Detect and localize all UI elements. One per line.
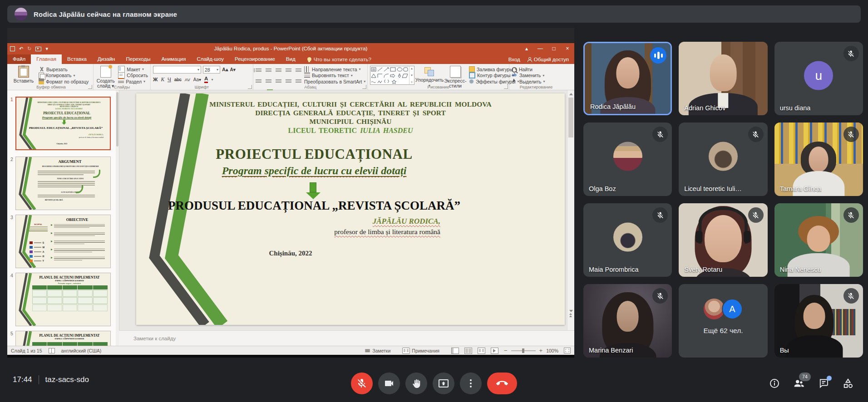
italic-button[interactable]: К bbox=[161, 77, 164, 82]
zoom-control[interactable]: − + 100% bbox=[504, 348, 558, 353]
slide-thumbnail-5[interactable]: 5 PLANUL DE ACȚIUNI IMPLEMENTAT ETAPA II… bbox=[7, 331, 116, 346]
participant-tile-olga-boz[interactable]: Olga Boz bbox=[583, 123, 672, 196]
dialog-launcher-icon[interactable] bbox=[362, 85, 366, 89]
meeting-details-button[interactable] bbox=[768, 377, 781, 390]
align-left-icon[interactable] bbox=[256, 78, 261, 83]
bold-button[interactable]: Ж bbox=[153, 77, 158, 82]
tab-animations[interactable]: Анимация bbox=[156, 54, 191, 64]
vertical-scrollbar[interactable] bbox=[567, 90, 574, 330]
section-button[interactable]: Раздел▾ bbox=[118, 78, 148, 84]
layout-button[interactable]: Макет▾ bbox=[118, 66, 148, 72]
participant-tile-maia-porombrica[interactable]: Maia Porombrica bbox=[583, 203, 672, 277]
raise-hand-button[interactable] bbox=[405, 373, 427, 394]
tab-insert[interactable]: Вставка bbox=[62, 54, 92, 64]
cut-button[interactable]: Вырезать bbox=[39, 66, 89, 72]
language-indicator[interactable]: английский (США) bbox=[61, 348, 102, 353]
tab-home[interactable]: Главная bbox=[31, 54, 62, 64]
participant-tile-you[interactable]: Вы bbox=[774, 284, 863, 358]
camera-button[interactable] bbox=[378, 373, 400, 394]
thumbnails-scrollbar[interactable] bbox=[116, 90, 119, 346]
tab-review[interactable]: Рецензирование bbox=[229, 54, 281, 64]
minimize-icon[interactable]: — bbox=[533, 43, 547, 54]
tab-file[interactable]: Файл bbox=[7, 54, 31, 64]
participant-tile-marina-benzari[interactable]: Marina Benzari bbox=[583, 284, 672, 358]
zoom-out-icon[interactable]: − bbox=[504, 348, 508, 353]
chat-button[interactable] bbox=[817, 377, 830, 390]
line-spacing-icon[interactable] bbox=[296, 68, 301, 73]
slide-thumbnail-1[interactable]: 1 MINISTERUL EDUCAȚIEI, CULTURII ȘI CERC… bbox=[7, 97, 116, 151]
notes-pane[interactable]: Заметки к слайду bbox=[119, 330, 574, 346]
slide-editor[interactable]: MINISTERUL EDUCAȚIEI, CULTURII ȘI CERCET… bbox=[136, 93, 565, 325]
align-center-icon[interactable] bbox=[266, 78, 271, 83]
reset-button[interactable]: Сбросить bbox=[118, 73, 148, 78]
participant-tile-rodica-japalau[interactable]: Rodica Jăpălău bbox=[583, 42, 672, 115]
reading-view-button[interactable] bbox=[478, 348, 485, 354]
font-size-combobox[interactable]: 28▾ bbox=[203, 66, 220, 74]
font-name-combobox[interactable]: ▾ bbox=[153, 66, 201, 74]
ribbon-options-icon[interactable]: ▴ bbox=[520, 43, 533, 54]
dialog-launcher-icon[interactable] bbox=[248, 85, 252, 89]
scroll-down-icon[interactable] bbox=[569, 310, 573, 312]
slide-sorter-view-button[interactable] bbox=[464, 348, 472, 354]
mic-button-muted[interactable] bbox=[351, 373, 373, 394]
zoom-slider[interactable] bbox=[511, 350, 536, 351]
sign-in-button[interactable]: Вход bbox=[508, 57, 520, 62]
present-button[interactable] bbox=[433, 373, 454, 394]
replace-button[interactable]: Заменить▾ bbox=[512, 73, 545, 78]
bullets-icon[interactable] bbox=[256, 68, 261, 73]
shapes-gallery[interactable]: ▲▼≡ bbox=[370, 66, 414, 85]
shapes-scrollbar[interactable]: ▲▼≡ bbox=[409, 66, 414, 84]
change-case-icon[interactable]: Aa▾ bbox=[193, 77, 201, 82]
select-button[interactable]: Выделить▾ bbox=[512, 78, 545, 84]
tab-design[interactable]: Дизайн bbox=[92, 54, 121, 64]
slide-thumbnail-2[interactable]: 2 ARGUMENT DESCRIEREA PROBLEMEI ȘI MOTIV… bbox=[7, 157, 116, 211]
overflow-tile-more-participants[interactable]: A Ещё 62 чел. bbox=[679, 284, 767, 358]
save-icon[interactable] bbox=[10, 46, 15, 51]
dialog-launcher-icon[interactable] bbox=[504, 85, 508, 89]
more-options-button[interactable] bbox=[460, 373, 482, 394]
increase-indent-icon[interactable] bbox=[286, 68, 291, 73]
redo-icon[interactable]: ↻ bbox=[27, 46, 31, 52]
numbering-icon[interactable] bbox=[266, 68, 271, 73]
share-button[interactable]: Общий доступ bbox=[528, 57, 569, 62]
strikethrough-button[interactable]: abc bbox=[174, 77, 182, 82]
slideshow-icon[interactable] bbox=[35, 47, 41, 51]
decrease-indent-icon[interactable] bbox=[276, 68, 281, 73]
find-button[interactable]: Найти bbox=[512, 66, 545, 72]
font-color-button[interactable]: А bbox=[204, 76, 208, 83]
quick-access-toolbar[interactable]: ↶ ↻ ▾ bbox=[10, 43, 48, 54]
participant-tile-liceul-teoretic[interactable]: Liceul teoretic Iuli… bbox=[679, 123, 767, 196]
text-direction-button[interactable]: Направление текста▾ bbox=[304, 66, 365, 72]
justify-icon[interactable] bbox=[286, 78, 291, 83]
underline-button[interactable]: Ч bbox=[168, 77, 171, 82]
customize-qat-icon[interactable]: ▾ bbox=[45, 46, 48, 52]
comments-toggle[interactable]: Примечания bbox=[402, 348, 439, 354]
end-call-button[interactable] bbox=[487, 373, 517, 394]
paste-button[interactable]: Вставить bbox=[11, 66, 36, 85]
previous-slide-button[interactable] bbox=[568, 313, 573, 319]
zoom-level[interactable]: 100% bbox=[546, 348, 558, 353]
grow-font-icon[interactable]: A▴ bbox=[222, 67, 228, 73]
spellcheck-icon[interactable] bbox=[49, 348, 55, 353]
slideshow-view-button[interactable] bbox=[491, 348, 498, 354]
slide-thumbnail-3[interactable]: 3 OBIECTIVE SCOPUL S M A R bbox=[7, 215, 116, 269]
character-spacing-icon[interactable]: A︎V bbox=[185, 77, 190, 82]
columns-icon[interactable] bbox=[296, 78, 301, 83]
copy-button[interactable]: Копировать▾ bbox=[39, 73, 89, 78]
tab-slideshow[interactable]: Слайд-шоу bbox=[191, 54, 229, 64]
fit-slide-to-window-icon[interactable] bbox=[564, 348, 571, 353]
scroll-up-icon[interactable] bbox=[569, 93, 573, 95]
participant-tile-nina-nenescu[interactable]: Nina Nenescu bbox=[774, 203, 863, 277]
convert-smartart-button[interactable]: Преобразовать в SmartArt▾ bbox=[304, 78, 365, 84]
tell-me-box[interactable]: Что вы хотите сделать? bbox=[307, 54, 371, 64]
participants-button[interactable]: 74 bbox=[793, 377, 805, 390]
arrange-button[interactable]: Упорядочить▾ bbox=[417, 66, 442, 85]
tab-view[interactable]: Вид bbox=[281, 54, 301, 64]
align-text-button[interactable]: Выровнять текст▾ bbox=[304, 73, 365, 78]
close-icon[interactable]: × bbox=[561, 43, 574, 54]
format-painter-button[interactable]: Формат по образцу bbox=[39, 78, 89, 84]
notes-toggle[interactable]: Заметки bbox=[365, 348, 390, 353]
participant-tile-tamara-ginga[interactable]: Tamara Gînga bbox=[774, 123, 863, 196]
quick-styles-button[interactable]: Экспресс-стили bbox=[444, 66, 466, 85]
participant-tile-ursu-diana[interactable]: u ursu diana bbox=[774, 42, 863, 115]
